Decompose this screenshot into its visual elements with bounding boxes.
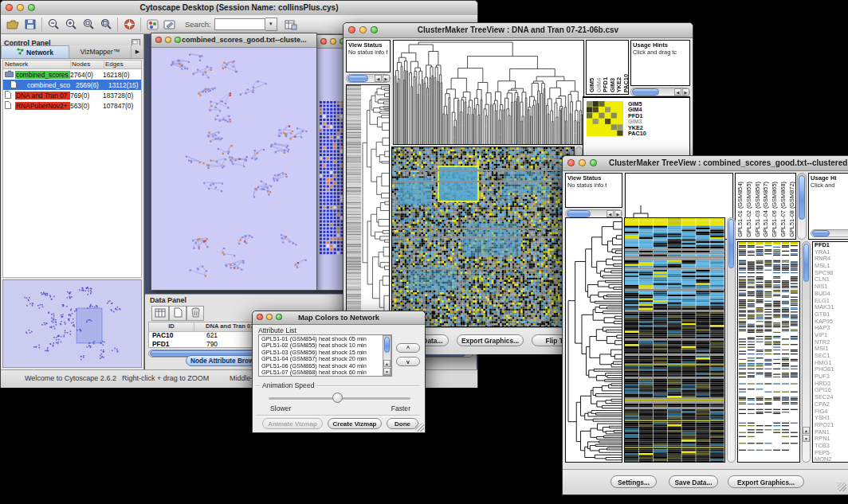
animate-vizmap-button[interactable]: Animate Vizmap <box>262 418 323 429</box>
attribute-list[interactable]: GPL51-01 (GSM854) heat shock 05 minGPL51… <box>258 334 392 377</box>
network-tab-icon <box>17 48 24 57</box>
attribute-browser-icon[interactable] <box>282 17 300 33</box>
zoom-out-icon[interactable] <box>45 17 62 33</box>
close-icon[interactable] <box>155 37 162 43</box>
node-attribute-browser-button[interactable]: Node Attribute Brows <box>186 355 262 366</box>
row-id: PFD1 <box>149 340 194 349</box>
toolbar-separator <box>117 18 118 32</box>
move-down-button[interactable]: v <box>396 357 420 366</box>
search-label: Search: <box>185 20 211 29</box>
row-dendrogram-canvas[interactable] <box>347 85 389 326</box>
zoom-window-icon[interactable] <box>175 37 181 43</box>
speed-slider-thumb[interactable] <box>332 393 343 403</box>
create-vizmap-button[interactable]: Create Vizmap <box>328 418 382 429</box>
scroll-down-icon[interactable]: ▼ <box>383 368 391 375</box>
done-button[interactable]: Done <box>387 418 418 429</box>
treeview1-titlebar[interactable]: ClusterMaker TreeView : DNA and Tran 07-… <box>344 23 693 38</box>
resize-grip[interactable] <box>415 423 424 432</box>
row-dendrogram-canvas[interactable] <box>566 218 622 462</box>
gene-label[interactable]: MON2 <box>813 456 848 463</box>
minimize-icon[interactable] <box>165 37 171 43</box>
col-nodes[interactable]: Nodes <box>71 61 104 68</box>
scroll-right-icon[interactable]: ▶ <box>383 75 390 82</box>
table-icon[interactable] <box>151 306 169 321</box>
network-window-1[interactable]: combined_scores_good.txt--cluste... <box>151 33 317 291</box>
scroll-right-icon[interactable]: ▶ <box>614 210 622 217</box>
tab-overflow-glyph: ▶ <box>135 49 139 55</box>
row-dendrogram[interactable] <box>346 84 390 327</box>
heatmap-zoom-view[interactable] <box>391 147 575 327</box>
network-table-row[interactable]: DNA and Tran 07769(0)183728(0) <box>3 90 141 100</box>
network-overview-canvas[interactable] <box>3 280 141 367</box>
global-view-panel[interactable] <box>737 241 800 463</box>
usage-hints-scrollbar[interactable] <box>811 229 848 237</box>
view-status-scrollbar[interactable]: ◀ ▶ <box>346 74 391 83</box>
help-icon[interactable] <box>120 17 138 33</box>
slider-faster-label: Faster <box>391 404 410 412</box>
scroll-up-icon[interactable]: ▲ <box>383 360 391 367</box>
settings-button[interactable]: Settings... <box>610 475 657 488</box>
network-table-row[interactable]: combined_scores2764(0)16218(0) <box>3 69 141 80</box>
minimize-icon[interactable] <box>330 38 336 45</box>
mini-matrix-canvas[interactable] <box>587 101 623 136</box>
annotation-icon[interactable] <box>161 17 179 33</box>
resize-grip[interactable] <box>838 483 846 491</box>
network-overview-panel[interactable] <box>2 279 142 368</box>
array-label: GPL51-08 (GSM872) <box>788 182 796 237</box>
file-icon <box>3 80 26 90</box>
column-dendrogram[interactable] <box>393 40 584 145</box>
usage-hints-scrollbar[interactable]: ◀ ▶ <box>630 88 690 96</box>
col-edges[interactable]: Edges <box>104 61 141 68</box>
column-dendrogram-canvas[interactable] <box>394 41 583 144</box>
heatmap-canvas[interactable] <box>392 147 574 326</box>
network-table-row[interactable]: combined_sco2569(6)13112(15) <box>3 80 141 90</box>
open-file-icon[interactable] <box>4 17 22 33</box>
usage-hints-panel: Usage Hints Click and drag tc <box>630 40 690 86</box>
move-up-button[interactable]: ^ <box>396 343 420 353</box>
scroll-right-icon[interactable]: ▶ <box>682 88 689 96</box>
scroll-down-icon[interactable]: ▼ <box>803 435 810 442</box>
export-graphics-label: Export Graphics... <box>461 337 519 345</box>
global-view-canvas[interactable] <box>738 242 799 462</box>
network-view-canvas[interactable] <box>151 48 315 289</box>
close-icon[interactable] <box>320 38 327 45</box>
save-icon[interactable] <box>22 17 39 33</box>
tab-network[interactable]: Network <box>1 45 69 58</box>
scroll-left-icon[interactable]: ◀ <box>607 210 614 217</box>
delete-attribute-icon[interactable] <box>186 306 204 321</box>
scroll-left-icon[interactable]: ◀ <box>375 75 382 82</box>
export-graphics-button[interactable]: Export Graphics... <box>728 475 804 488</box>
save-data-button[interactable]: Save Data... <box>669 475 718 488</box>
heatmap-canvas[interactable] <box>625 218 724 462</box>
labels-vscrollbar[interactable] <box>797 173 807 240</box>
folder-icon <box>3 70 15 79</box>
network-window-title: combined_scores_good.txt--cluste... <box>182 36 307 44</box>
attribute-list-scrollbar[interactable]: ▲ ▼ <box>383 335 391 376</box>
new-attribute-icon[interactable] <box>169 306 186 321</box>
global-vscrollbar[interactable]: ▲ ▼ <box>802 241 811 463</box>
search-dropdown-icon[interactable]: ▼ <box>265 18 277 31</box>
heatmap-vscrollbar[interactable] <box>727 217 736 463</box>
main-titlebar[interactable]: Cytoscape Desktop (Session Name: collins… <box>1 1 477 16</box>
vizmapper-icon[interactable] <box>143 17 161 33</box>
attribute-list-item[interactable]: GPL51-07 (GSM868) heat shock 60 min <box>259 369 391 376</box>
zoom-fit-icon[interactable] <box>97 17 115 33</box>
network-table-header: Network Nodes Edges <box>2 60 142 69</box>
tab-overflow-arrow[interactable]: ▶ <box>131 45 143 58</box>
scroll-left-icon[interactable]: ◀ <box>674 88 681 96</box>
tab-vizmapper[interactable]: VizMapper™ <box>69 45 131 58</box>
zoom-selected-icon[interactable] <box>80 17 97 33</box>
col-network[interactable]: Network <box>3 61 71 68</box>
network-table-row[interactable]: RNAPuberNov2+563(0)107847(0) <box>3 100 141 111</box>
treeview2-titlebar[interactable]: ClusterMaker TreeView : combined_scores_… <box>563 156 848 171</box>
col-id[interactable]: ID <box>149 322 194 331</box>
scroll-up-icon[interactable]: ▲ <box>803 427 810 434</box>
dialog-titlebar[interactable]: Map Colors to Network <box>253 311 425 325</box>
row-dendrogram[interactable] <box>565 217 622 463</box>
heatmap-zoom-view[interactable] <box>624 217 725 463</box>
network-edges-count: 183728(0) <box>103 92 135 100</box>
search-input[interactable] <box>214 18 265 30</box>
export-graphics-button[interactable]: Export Graphics... <box>457 334 524 346</box>
zoom-in-icon[interactable] <box>62 17 80 33</box>
control-panel: Control Panel Network VizMapper™ ▶ Netwo… <box>1 34 144 369</box>
